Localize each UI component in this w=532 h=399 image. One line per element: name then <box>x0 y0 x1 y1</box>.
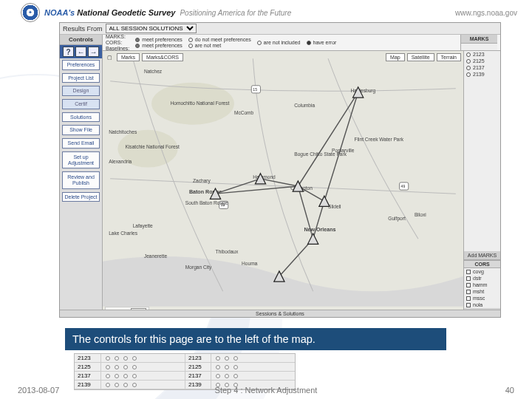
results-select[interactable]: ALL SESSION SOLUTIONS <box>106 24 197 33</box>
square-icon <box>466 276 471 281</box>
main-area: MARKS: CORS: Baselines: meet preferences… <box>103 35 500 317</box>
footer-date: 2013-08-07 <box>18 386 59 395</box>
design-button[interactable]: Design <box>62 86 100 96</box>
noaa-header: ✦ NOAA's National Geodetic Survey Positi… <box>21 6 517 19</box>
legend-item: meet preferences <box>135 43 182 48</box>
svg-text:Gulfport: Gulfport <box>388 216 406 222</box>
maptype-map-tab[interactable]: Map <box>386 53 405 61</box>
maptype-satellite-tab[interactable]: Satellite <box>407 53 434 61</box>
review-publish-button[interactable]: Review and Publish <box>62 171 100 188</box>
table-row[interactable]: 2137 2137 <box>75 372 295 381</box>
legend-item: meet preferences <box>135 37 182 42</box>
setup-adjustment-button[interactable]: Set up Adjustment <box>62 151 100 168</box>
svg-text:Lake Charles: Lake Charles <box>109 231 138 236</box>
maptype-terrain-tab[interactable]: Terrain <box>437 53 461 61</box>
help-icon[interactable]: ? <box>63 47 74 57</box>
table-row[interactable]: 2125 2125 <box>75 363 295 372</box>
callout-banner: The controls for this page are to the le… <box>65 328 446 350</box>
forward-icon[interactable]: → <box>88 47 99 57</box>
header-noaa: NOAA's <box>44 8 75 17</box>
svg-text:Thibodaux: Thibodaux <box>215 249 238 254</box>
dot-icon <box>466 66 471 70</box>
callout-text: The controls for this page are to the le… <box>72 333 316 345</box>
cors-item[interactable]: hamm <box>464 282 500 288</box>
svg-text:15: 15 <box>253 87 257 92</box>
header-ngs: National Geodetic Survey <box>77 8 175 17</box>
dot-icon <box>135 38 140 42</box>
legend-item: are not met <box>188 43 251 48</box>
dot-icon <box>466 52 471 57</box>
slide-footer: 2013-08-07 Step 4 : Network Adjustment 4… <box>0 386 532 395</box>
svg-text:Natchez: Natchez <box>144 69 163 74</box>
svg-text:Kisatchie National Forest: Kisatchie National Forest <box>125 144 179 149</box>
header-title: NOAA's National Geodetic Survey <box>44 8 175 17</box>
app-toolbar: Results From ALL SESSION SOLUTIONS <box>60 23 500 35</box>
map-toolbar: ▢ Marks Marks&CORS Map Satellite Terrain <box>105 53 461 61</box>
certif-button[interactable]: Certif <box>62 99 100 109</box>
map-canvas[interactable]: ▢ Marks Marks&CORS Map Satellite Terrain <box>103 51 463 317</box>
dot-icon <box>257 41 262 45</box>
cors-item[interactable]: msht <box>464 288 500 295</box>
results-from-label: Results From <box>63 25 103 33</box>
legend-cors-label: CORS: <box>106 40 129 45</box>
svg-text:McComb: McComb <box>234 110 254 115</box>
dot-icon <box>188 44 193 48</box>
marks-panel: MARKS <box>460 35 497 50</box>
back-icon[interactable]: ← <box>75 47 86 57</box>
right-panel: 2123 2125 2137 2139 Add MARKS CORS covg … <box>463 51 500 317</box>
layer-marks-tab[interactable]: Marks <box>117 53 140 61</box>
table-row[interactable]: 2123 2123 <box>75 354 295 363</box>
send-email-button[interactable]: Send Email <box>62 138 100 149</box>
cors-item[interactable]: mssc <box>464 295 500 301</box>
svg-text:Lafayette: Lafayette <box>133 223 153 229</box>
footer-page: 40 <box>505 386 514 395</box>
svg-text:Hattiesburg: Hattiesburg <box>350 88 375 94</box>
mark-item[interactable]: 2123 <box>464 51 500 58</box>
svg-text:Alexandria: Alexandria <box>109 159 132 164</box>
legend-item: do not meet preferences <box>188 37 251 42</box>
cors-item[interactable]: dstr <box>464 275 500 282</box>
cors-item[interactable]: covg <box>464 268 500 275</box>
opus-app: Results From ALL SESSION SOLUTIONS Contr… <box>59 22 501 318</box>
dot-icon <box>188 38 193 42</box>
marks-panel-title: MARKS <box>461 35 497 44</box>
svg-text:New Orleans: New Orleans <box>304 227 335 233</box>
project-list-button[interactable]: Project List <box>62 73 100 83</box>
mark-item[interactable]: 2139 <box>464 71 500 78</box>
legend-item: are not included <box>257 40 301 45</box>
preferences-button[interactable]: Preferences <box>62 60 100 70</box>
svg-text:Poplarville: Poplarville <box>332 148 355 154</box>
svg-text:Jeanerette: Jeanerette <box>144 253 167 259</box>
mark-item[interactable]: 2125 <box>464 58 500 64</box>
svg-text:Morgan City: Morgan City <box>185 265 212 270</box>
svg-text:Zachary: Zachary <box>193 178 211 184</box>
sessions-solutions-bar[interactable]: Sessions & Solutions <box>60 310 500 317</box>
controls-iconrow: ? ← → <box>60 45 102 58</box>
square-icon <box>466 270 471 274</box>
layer-label: ▢ <box>105 54 115 61</box>
mark-item[interactable]: 2137 <box>464 64 500 71</box>
footer-step: Step 4 : Network Adjustment <box>0 386 532 395</box>
map-svg: 15 10 49 Natchez Homochitto National For… <box>103 51 463 307</box>
cors-item[interactable]: nola <box>464 301 500 308</box>
square-icon <box>466 303 471 307</box>
noaa-logo-icon: ✦ <box>21 3 40 22</box>
controls-title: Controls <box>60 35 102 45</box>
svg-text:Biloxi: Biloxi <box>415 212 426 217</box>
legend-row: MARKS: CORS: Baselines: meet preferences… <box>103 35 500 51</box>
square-icon <box>466 283 471 287</box>
header-tagline: Positioning America for the Future <box>180 9 291 17</box>
show-file-button[interactable]: Show File <box>62 125 100 135</box>
svg-text:49: 49 <box>401 184 406 188</box>
layer-markscors-tab[interactable]: Marks&CORS <box>142 53 183 61</box>
svg-text:Natchitoches: Natchitoches <box>109 129 137 134</box>
legend-baselines-label: Baselines: <box>106 46 129 51</box>
add-marks-button[interactable]: Add MARKS <box>464 251 500 260</box>
delete-project-button[interactable]: Delete Project <box>62 192 100 202</box>
dot-icon <box>466 72 471 77</box>
solutions-button[interactable]: Solutions <box>62 112 100 123</box>
dot-icon <box>307 41 311 45</box>
svg-text:Columbia: Columbia <box>294 103 315 108</box>
svg-text:Hammond: Hammond <box>253 174 276 180</box>
dot-icon <box>135 44 140 48</box>
